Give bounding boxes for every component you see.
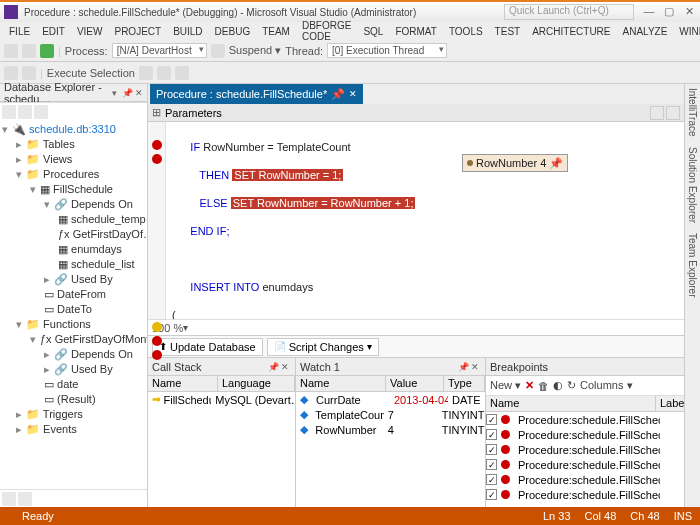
new-breakpoint-button[interactable]: New ▾ (490, 379, 521, 392)
step-over-icon[interactable] (139, 66, 153, 80)
filter-icon[interactable] (34, 105, 48, 119)
restore-icon[interactable]: ▢ (662, 5, 676, 19)
parameters-bar[interactable]: ⊞ Parameters (148, 104, 684, 122)
breakpoint-gutter[interactable] (148, 122, 166, 319)
menu-team[interactable]: TEAM (257, 24, 295, 39)
thread-label: Thread: (285, 45, 323, 57)
menu-analyze[interactable]: ANALYZE (618, 24, 673, 39)
menu-test[interactable]: TEST (490, 24, 526, 39)
nav-back-icon[interactable] (4, 44, 18, 58)
menu-project[interactable]: PROJECT (109, 24, 166, 39)
current-line-icon (152, 322, 162, 332)
status-line: Ln 33 (543, 510, 571, 522)
delete-all-bp-icon[interactable]: 🗑 (538, 380, 549, 392)
view-icon[interactable] (650, 106, 664, 120)
menu-format[interactable]: FORMAT (390, 24, 441, 39)
menu-edit[interactable]: EDIT (37, 24, 70, 39)
tab-pin-icon[interactable]: 📌 (331, 88, 345, 101)
window-title: Procedure : schedule.FillSchedule* (Debu… (24, 7, 504, 18)
breakpoint-icon[interactable] (152, 336, 162, 346)
breakpoint-icon[interactable] (152, 350, 162, 360)
menu-view[interactable]: VIEW (72, 24, 108, 39)
tab-team-explorer[interactable]: Team Explorer (687, 233, 698, 297)
update-database-button[interactable]: ⬆ Update Database (152, 338, 263, 356)
tab-solution-explorer[interactable]: Solution Explorer (687, 147, 698, 223)
breakpoints-list[interactable]: ✓Procedure:schedule.FillSchedule…(no con… (486, 412, 700, 507)
menu-build[interactable]: BUILD (168, 24, 207, 39)
db-explorer-toolbar (0, 102, 147, 120)
pause-icon[interactable] (211, 44, 225, 58)
pin-icon[interactable]: 📌 (122, 88, 132, 98)
zoom-level[interactable]: 100 % ▾ (148, 319, 684, 335)
pin-icon[interactable]: 📌 (268, 362, 278, 372)
nav-fwd-icon[interactable] (22, 44, 36, 58)
menu-window[interactable]: WINDOW (674, 24, 700, 39)
save-icon[interactable] (22, 66, 36, 80)
status-ch: Ch 48 (630, 510, 659, 522)
menu-sql[interactable]: SQL (358, 24, 388, 39)
quick-launch-input[interactable]: Quick Launch (Ctrl+Q) (504, 4, 634, 20)
db-tree[interactable]: ▾🔌 schedule.db:3310 ▸📁 Tables ▸📁 Views ▾… (0, 120, 147, 489)
callstack-row[interactable]: ➡FillScheduleMySQL (Devart… (148, 392, 295, 407)
code-editor[interactable]: IF RowNumber = TemplateCount THEN SET Ro… (166, 122, 684, 319)
delete-bp-icon[interactable]: ✕ (525, 379, 534, 392)
pin-icon[interactable]: 📌 (458, 362, 468, 372)
close-icon[interactable]: ✕ (471, 362, 481, 372)
columns-button[interactable]: Columns ▾ (580, 379, 632, 392)
watch-grid[interactable]: ◆CurrDate2013-04-04DATE ◆TemplateCount7T… (296, 392, 485, 507)
tree-nav-icon[interactable] (2, 492, 16, 506)
execute-selection-button[interactable]: Execute Selection (47, 67, 135, 79)
dropdown-icon[interactable]: ▾ (112, 88, 119, 98)
step-out-icon[interactable] (175, 66, 189, 80)
callstack-title: Call Stack (152, 361, 202, 373)
menu-tools[interactable]: TOOLS (444, 24, 488, 39)
status-bar: Ready Ln 33 Col 48 Ch 48 INS (0, 507, 700, 525)
db-explorer-header: Database Explorer - schedu… ▾ 📌 ✕ (0, 84, 147, 102)
process-label: Process: (65, 45, 108, 57)
tab-close-icon[interactable]: ✕ (349, 89, 357, 99)
enable-all-icon[interactable]: ◐ (553, 379, 563, 392)
status-ready: Ready (22, 510, 54, 522)
tree-nav2-icon[interactable] (18, 492, 32, 506)
breakpoint-icon[interactable] (152, 140, 162, 150)
thread-combo[interactable]: [0] Execution Thread (327, 43, 447, 58)
suspend-dropdown[interactable]: Suspend ▾ (229, 44, 281, 57)
import-icon[interactable]: ↻ (567, 379, 576, 392)
status-ins: INS (674, 510, 692, 522)
tab-intellitrace[interactable]: IntelliTrace (687, 88, 698, 137)
db-explorer-title: Database Explorer - schedu… (4, 81, 109, 105)
debug-tooltip: RowNumber 4📌 (462, 154, 568, 172)
breakpoints-title: Breakpoints (490, 361, 548, 373)
process-combo[interactable]: [N/A] DevartHost (112, 43, 207, 58)
close-panel-icon[interactable]: ✕ (135, 88, 143, 98)
watch-title: Watch 1 (300, 361, 340, 373)
close-icon[interactable]: ✕ (682, 5, 696, 19)
right-tab-strip: IntelliTrace Solution Explorer Team Expl… (684, 84, 700, 507)
expand-icon[interactable]: ⊞ (152, 106, 161, 119)
menu-bar: FILE EDIT VIEW PROJECT BUILD DEBUG TEAM … (0, 22, 700, 40)
grid-icon[interactable] (666, 106, 680, 120)
step-into-icon[interactable] (157, 66, 171, 80)
continue-icon[interactable] (40, 44, 54, 58)
menu-file[interactable]: FILE (4, 24, 35, 39)
tab-fillschedule[interactable]: Procedure : schedule.FillSchedule* 📌 ✕ (150, 84, 363, 104)
main-toolbar: | Process: [N/A] DevartHost Suspend ▾ Th… (0, 40, 700, 62)
status-col: Col 48 (585, 510, 617, 522)
refresh-icon[interactable] (18, 105, 32, 119)
breakpoint-icon[interactable] (152, 154, 162, 164)
close-icon[interactable]: ✕ (281, 362, 291, 372)
document-tabs: Procedure : schedule.FillSchedule* 📌 ✕ (148, 84, 684, 104)
menu-debug[interactable]: DEBUG (210, 24, 256, 39)
connect-icon[interactable] (2, 105, 16, 119)
script-changes-button[interactable]: 📄 Script Changes ▾ (267, 338, 379, 356)
vs-logo-icon (4, 5, 18, 19)
minimize-icon[interactable]: — (642, 5, 656, 19)
menu-architecture[interactable]: ARCHITECTURE (527, 24, 615, 39)
open-icon[interactable] (4, 66, 18, 80)
